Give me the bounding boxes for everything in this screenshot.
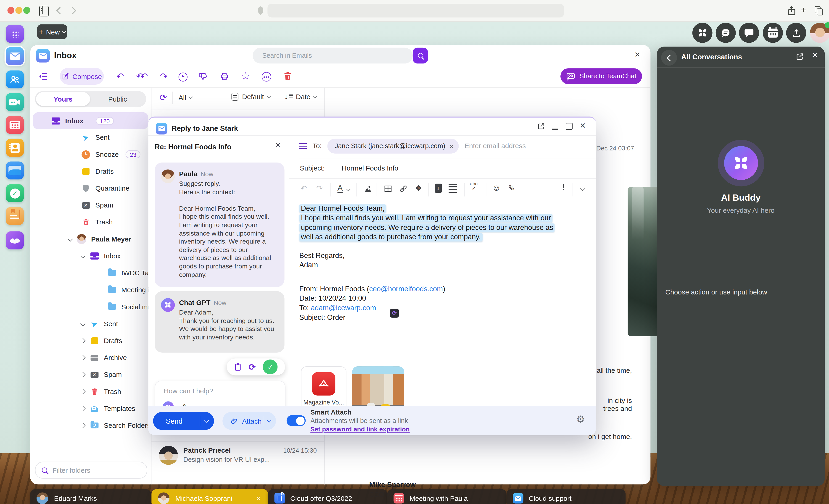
forward-icon[interactable] [69, 7, 76, 14]
insert-table-icon[interactable] [384, 184, 392, 193]
new-button[interactable]: + New [37, 25, 67, 39]
smart-attach-toggle[interactable] [287, 415, 306, 426]
taskbar-item-meeting[interactable]: Meeting with Paula [387, 489, 507, 504]
ai-panel-back[interactable] [661, 50, 677, 66]
recipient-chip[interactable]: Jane Stark (jane.stark@icewarp.com) × [327, 139, 459, 154]
new-tab-icon[interactable]: + [801, 5, 806, 15]
snippets-icon[interactable] [449, 184, 457, 193]
priority-icon[interactable]: ! [562, 183, 565, 192]
sort-dropdown[interactable]: ↓ Date [285, 93, 317, 101]
regenerate-icon[interactable]: ⟳ [249, 362, 256, 372]
dock-tasks-icon[interactable]: ✓ [6, 184, 24, 202]
accept-suggestion-button[interactable]: ✓ [263, 359, 278, 374]
emoji-icon[interactable]: ☺ [492, 183, 501, 193]
calendar-icon[interactable] [763, 23, 783, 43]
filter-folders-input[interactable] [51, 466, 133, 474]
dock-contacts-icon[interactable] [6, 70, 24, 88]
from-email-link[interactable]: ceo@hormelfoods.com [369, 285, 443, 293]
archive-file-icon[interactable]: ↓ [435, 184, 442, 193]
copy-suggestion-icon[interactable] [234, 363, 241, 371]
close-tab-icon[interactable]: × [256, 494, 260, 502]
dock-mail-icon[interactable] [6, 47, 24, 65]
add-recipient-input[interactable] [464, 141, 561, 150]
teamchat-icon[interactable] [716, 23, 736, 43]
traffic-light-zoom[interactable] [23, 7, 30, 14]
back-icon[interactable] [56, 7, 64, 14]
email-list-row[interactable]: Patrick Priecel 10/24 15:30 Design visio… [151, 442, 324, 474]
search-input[interactable] [261, 51, 391, 60]
dropbox-icon[interactable]: ❖ [415, 183, 422, 193]
smart-attach-link[interactable]: Set password and link expiration [310, 426, 410, 433]
dock-apps-grid-icon[interactable] [6, 25, 24, 43]
taskbar-item-eduard[interactable]: Eduard Marks [30, 489, 151, 504]
forward-icon[interactable]: ↷ [157, 71, 170, 82]
sidebar-toggle-icon[interactable] [39, 6, 49, 16]
search-bar[interactable] [253, 48, 412, 64]
share-icon[interactable] [787, 6, 796, 16]
group-dropdown[interactable]: Default [231, 93, 271, 101]
profile-avatar[interactable] [810, 23, 829, 43]
more-format-icon[interactable] [580, 186, 585, 190]
collapse-sidebar-icon[interactable] [39, 73, 47, 80]
sms-bubble-icon[interactable] [739, 23, 759, 43]
close-thread-icon[interactable]: × [276, 141, 281, 150]
insert-image-icon[interactable] [363, 184, 372, 193]
copy-icon[interactable] [815, 6, 821, 13]
close-panel-icon[interactable]: × [812, 50, 818, 61]
chevron-down-icon[interactable] [347, 187, 351, 191]
search-button[interactable] [413, 48, 428, 64]
spellcheck-icon[interactable]: abc✓ [470, 182, 477, 191]
more-options-icon[interactable]: ••• [262, 72, 271, 81]
dock-address-book-icon[interactable] [6, 139, 24, 157]
maximize-icon[interactable] [566, 123, 573, 130]
close-compose-icon[interactable]: × [580, 120, 585, 131]
compose-settings-icon[interactable]: ⚙ [576, 414, 585, 425]
dock-documents-icon[interactable] [6, 161, 24, 180]
tab-yours[interactable]: Yours [36, 92, 90, 106]
attach-options-icon[interactable] [267, 418, 271, 423]
filter-folders[interactable] [35, 462, 147, 479]
subject-value[interactable]: Hormel Foods Info [341, 164, 398, 172]
dock-calendar-icon[interactable] [6, 116, 24, 134]
send-button[interactable]: Send [153, 412, 214, 430]
snooze-clock-icon[interactable] [179, 73, 187, 81]
popout-icon[interactable] [537, 122, 545, 130]
tab-public[interactable]: Public [90, 91, 145, 107]
delete-icon[interactable] [283, 71, 292, 81]
signature-pen-icon[interactable]: ✎ [508, 183, 515, 193]
reply-icon[interactable]: ↶ [114, 71, 127, 82]
font-style-icon[interactable]: A [337, 184, 343, 193]
taskbar-item-cloud-offer[interactable]: D Cloud offer Q3/2022 [268, 489, 387, 504]
email-body[interactable]: Dear Hormel Foods Team, I hope this emai… [299, 204, 588, 322]
share-teamchat-button[interactable]: Share to TeamChat [561, 68, 642, 84]
taskbar-item-cloud-support[interactable]: Cloud support [506, 489, 625, 504]
remove-recipient-icon[interactable]: × [449, 142, 454, 150]
insert-link-icon[interactable] [399, 184, 408, 193]
filter-dropdown[interactable]: All [179, 94, 192, 102]
recipients-list-icon[interactable] [299, 143, 307, 149]
to-email-link[interactable]: adam@icewarp.com [311, 304, 376, 312]
dock-icewarp-icon[interactable] [6, 231, 24, 249]
minimize-icon[interactable] [552, 129, 558, 130]
undo-icon[interactable]: ↶ [300, 184, 307, 193]
compose-button[interactable]: Compose [60, 68, 104, 85]
taskbar-item-michaela[interactable]: Michaela Sopprani × [151, 489, 268, 504]
ai-buddy-icon[interactable] [692, 23, 713, 43]
traffic-light-minimize[interactable] [15, 7, 22, 14]
dock-meetings-icon[interactable] [6, 93, 24, 111]
star-icon[interactable]: ☆ [241, 70, 250, 82]
close-mail-icon[interactable]: × [635, 49, 640, 61]
attach-button[interactable]: Attach [222, 412, 276, 430]
address-bar[interactable] [267, 4, 564, 17]
assistant-input[interactable] [163, 386, 271, 395]
popout-icon[interactable] [796, 52, 804, 61]
traffic-light-close[interactable] [7, 7, 14, 14]
dock-notes-icon[interactable] [6, 207, 24, 225]
redo-icon[interactable]: ↷ [316, 184, 323, 193]
refresh-icon[interactable]: ⟳ [159, 92, 167, 104]
upload-icon[interactable] [786, 23, 806, 43]
thumbs-down-icon[interactable] [199, 72, 208, 81]
reply-all-icon[interactable]: ↶↶ [134, 71, 147, 82]
sidebar-item-inbox[interactable]: Inbox 120 [33, 113, 148, 129]
send-options-icon[interactable] [205, 418, 209, 423]
